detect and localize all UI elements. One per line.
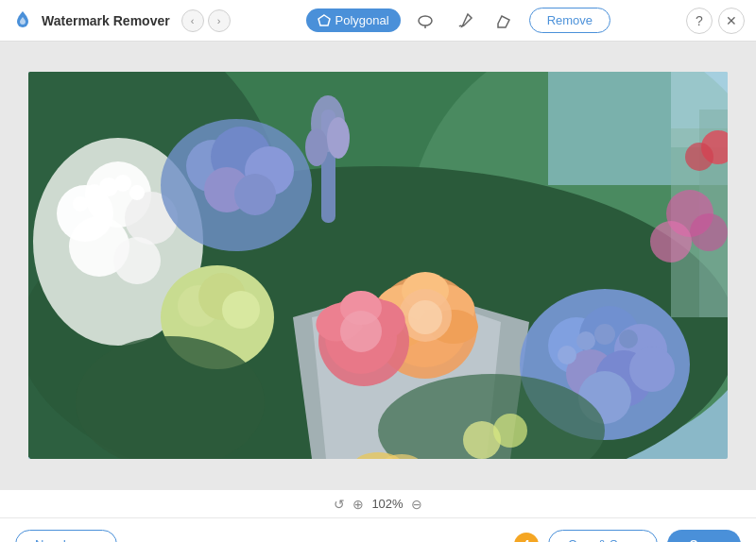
svg-point-1 [419,16,432,25]
lasso-icon [417,12,434,29]
new-image-button[interactable]: New Image [15,530,117,542]
svg-point-63 [594,324,615,345]
canvas-area [0,42,756,489]
svg-point-20 [114,175,131,192]
help-button[interactable]: ? [686,8,713,34]
svg-point-31 [222,291,260,329]
zoom-reset-icon[interactable]: ↺ [334,497,345,512]
eraser-tool-button[interactable] [490,6,520,36]
svg-point-27 [234,174,276,215]
svg-point-74 [690,213,728,251]
brush-icon [456,12,473,29]
svg-point-59 [629,347,675,392]
svg-point-68 [493,414,527,448]
svg-marker-3 [498,16,509,27]
eraser-icon [496,12,513,29]
step-badge: 4 [514,533,539,543]
zoom-in-icon[interactable]: ⊕ [352,497,364,512]
titlebar-left: Watermark Remover ‹ › [11,9,231,32]
app-title: Watermark Remover [42,13,170,28]
zoom-level: 102% [371,497,403,511]
polygonal-icon [318,14,331,27]
nav-forward-button[interactable]: › [208,9,231,32]
svg-point-64 [619,330,638,348]
titlebar: Watermark Remover ‹ › Polygonal [0,0,756,42]
titlebar-right: ? ✕ [686,8,745,34]
svg-point-61 [558,346,576,364]
svg-point-46 [408,300,442,334]
app-logo-icon [11,9,34,32]
svg-marker-0 [318,15,330,25]
brush-tool-button[interactable] [450,6,480,36]
close-button[interactable]: ✕ [718,8,745,34]
zoom-out-icon[interactable]: ⊖ [411,497,422,512]
remove-button[interactable]: Remove [529,8,610,33]
svg-point-75 [650,221,692,263]
svg-point-21 [129,185,145,200]
crop-save-button[interactable]: Crop & Save [548,530,658,542]
polygonal-tool-button[interactable]: Polygonal [306,8,401,32]
nav-back-button[interactable]: ‹ [181,9,204,32]
svg-point-35 [327,117,350,159]
titlebar-center: Polygonal Remove [306,6,611,36]
footer: New Image 4 Crop & Save Save [0,517,756,542]
svg-point-17 [73,196,88,212]
flower-image [28,72,728,459]
polygonal-label: Polygonal [335,13,389,27]
svg-point-34 [305,128,328,166]
statusbar: ↺ ⊕ 102% ⊖ [0,489,756,517]
lasso-tool-button[interactable] [410,6,440,36]
save-button[interactable]: Save [667,530,741,542]
footer-right: 4 Crop & Save Save [514,530,741,542]
svg-point-62 [576,331,595,350]
nav-buttons: ‹ › [181,9,231,32]
svg-point-77 [685,143,713,171]
zoom-controls: ↺ ⊕ 102% ⊖ [334,497,421,512]
svg-point-52 [340,311,382,352]
svg-point-16 [113,237,161,284]
image-container [28,72,728,459]
